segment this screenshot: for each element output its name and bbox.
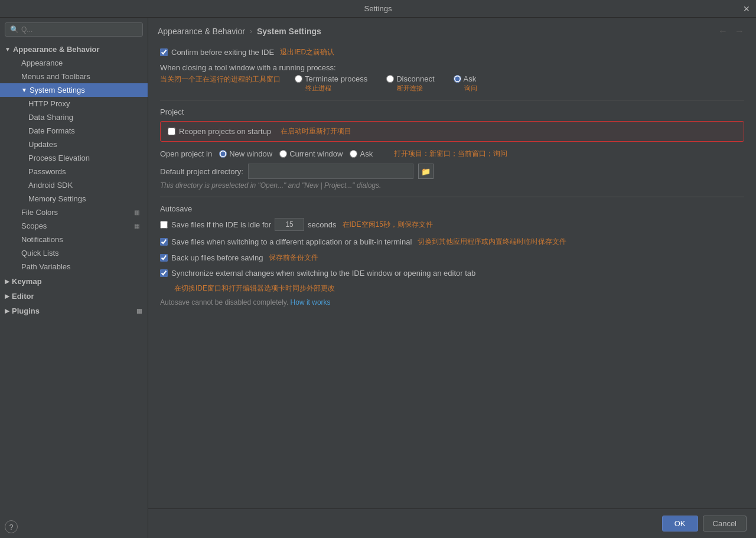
confirm-exit-checkbox[interactable] bbox=[160, 48, 168, 56]
disconnect-translation: 断开连接 bbox=[397, 84, 423, 93]
breadcrumb-separator: › bbox=[250, 27, 252, 35]
confirm-exit-text: Confirm before exiting the IDE bbox=[171, 48, 274, 57]
reopen-projects-text: Reopen projects on startup bbox=[179, 127, 271, 136]
divider-2 bbox=[160, 197, 744, 197]
terminate-label: Terminate process bbox=[305, 74, 367, 83]
sidebar-item-data-sharing[interactable]: Data Sharing bbox=[0, 110, 148, 124]
new-window-radio[interactable] bbox=[219, 150, 227, 158]
window-title: Settings bbox=[364, 4, 392, 13]
ask-project-radio[interactable] bbox=[350, 150, 357, 158]
dir-browse-button[interactable]: 📁 bbox=[418, 164, 434, 179]
divider-1 bbox=[160, 100, 744, 100]
sidebar-item-date-formats[interactable]: Date Formats bbox=[0, 124, 148, 138]
nav-forward-button[interactable]: → bbox=[732, 25, 747, 38]
search-box[interactable]: 🔍 bbox=[5, 22, 143, 37]
confirm-exit-translation: 退出IED之前确认 bbox=[280, 47, 334, 57]
cannot-disable-row: Autosave cannot be disabled completely. … bbox=[160, 298, 744, 307]
default-dir-input[interactable] bbox=[248, 164, 413, 179]
help-button[interactable]: ? bbox=[5, 520, 18, 533]
terminate-radio[interactable] bbox=[295, 75, 302, 83]
save-idle-translation: 在IDE空闲15秒，则保存文件 bbox=[343, 220, 433, 230]
open-project-row: Open project in New window Current windo… bbox=[160, 149, 744, 159]
current-window-radio[interactable] bbox=[279, 150, 287, 158]
settings-content: Confirm before exiting the IDE 退出IED之前确认… bbox=[148, 43, 756, 508]
sidebar-item-process-elevation[interactable]: Process Elevation bbox=[0, 151, 148, 165]
sidebar-item-notifications[interactable]: Notifications bbox=[0, 233, 148, 246]
sidebar-item-quick-lists[interactable]: Quick Lists bbox=[0, 246, 148, 260]
reopen-projects-checkbox[interactable] bbox=[168, 128, 175, 135]
sidebar-item-passwords[interactable]: Passwords bbox=[0, 165, 148, 178]
main-container: 🔍 ▼ Appearance & Behavior Appearance Men… bbox=[0, 18, 756, 538]
how-it-works-link[interactable]: How it works bbox=[291, 298, 331, 307]
disconnect-radio[interactable] bbox=[386, 75, 394, 83]
sidebar-item-android-sdk[interactable]: Android SDK bbox=[0, 178, 148, 192]
disconnect-option: Disconnect 断开连接 bbox=[386, 74, 434, 93]
save-switching-translation: 切换到其他应用程序或内置终端时临时保存文件 bbox=[418, 237, 566, 247]
closing-tool-label: When closing a tool window with a runnin… bbox=[160, 63, 336, 72]
save-idle-unit: seconds bbox=[308, 220, 336, 229]
ask-project-option[interactable]: Ask bbox=[350, 149, 373, 158]
ask-translation: 询问 bbox=[464, 84, 477, 93]
nav-arrows: ← → bbox=[716, 25, 747, 38]
save-switching-checkbox[interactable] bbox=[160, 238, 168, 246]
ask-project-label: Ask bbox=[360, 149, 373, 158]
sidebar-group-appearance-behavior[interactable]: ▼ Appearance & Behavior bbox=[0, 41, 148, 56]
autosave-section-title: Autosave bbox=[160, 204, 744, 213]
sync-external-checkbox[interactable] bbox=[160, 269, 168, 277]
save-idle-label[interactable]: Save files if the IDE is idle for second… bbox=[160, 218, 337, 231]
save-idle-row: Save files if the IDE is idle for second… bbox=[160, 218, 744, 231]
backup-checkbox[interactable] bbox=[160, 254, 168, 262]
confirm-exit-row: Confirm before exiting the IDE 退出IED之前确认 bbox=[160, 47, 744, 57]
sidebar-group-plugins[interactable]: ▶ Plugins ▦ bbox=[0, 303, 148, 318]
save-idle-seconds-input[interactable] bbox=[275, 218, 304, 231]
ok-button[interactable]: OK bbox=[662, 516, 698, 532]
folder-icon: 📁 bbox=[421, 167, 431, 176]
sidebar-item-appearance[interactable]: Appearance bbox=[0, 56, 148, 70]
cancel-button[interactable]: Cancel bbox=[703, 516, 747, 532]
save-switching-label[interactable]: Save files when switching to a different… bbox=[160, 237, 412, 246]
sidebar-item-menus-toolbars[interactable]: Menus and Toolbars bbox=[0, 70, 148, 83]
sidebar-item-scopes[interactable]: Scopes ▦ bbox=[0, 219, 148, 233]
sidebar-item-system-settings[interactable]: ▼ System Settings bbox=[0, 83, 148, 97]
default-dir-label: Default project directory: bbox=[160, 167, 243, 176]
plugins-badge-icon: ▦ bbox=[135, 307, 143, 315]
sidebar-item-file-colors[interactable]: File Colors ▦ bbox=[0, 206, 148, 219]
sync-external-label[interactable]: Synchronize external changes when switch… bbox=[160, 269, 475, 278]
sidebar-item-http-proxy[interactable]: HTTP Proxy bbox=[0, 97, 148, 110]
new-window-option[interactable]: New window bbox=[219, 149, 272, 158]
search-input[interactable] bbox=[21, 25, 138, 34]
save-idle-checkbox[interactable] bbox=[160, 221, 168, 229]
backup-label[interactable]: Back up files before saving bbox=[160, 253, 263, 262]
default-dir-row: Default project directory: 📁 bbox=[160, 164, 744, 179]
sidebar-item-updates[interactable]: Updates bbox=[0, 138, 148, 151]
breadcrumb-parent[interactable]: Appearance & Behavior bbox=[158, 27, 245, 36]
backup-text: Back up files before saving bbox=[171, 253, 263, 262]
confirm-exit-label[interactable]: Confirm before exiting the IDE bbox=[160, 48, 274, 57]
nav-back-button[interactable]: ← bbox=[716, 25, 730, 38]
terminate-process-option: Terminate process 终止进程 bbox=[295, 74, 367, 93]
ask-radio[interactable] bbox=[454, 75, 461, 83]
reopen-projects-label[interactable]: Reopen projects on startup 在启动时重新打开项目 bbox=[168, 126, 737, 136]
expand-sub-arrow-icon: ▼ bbox=[21, 87, 27, 93]
expand-arrow-icon: ▼ bbox=[5, 46, 11, 53]
terminate-translation: 终止进程 bbox=[305, 84, 331, 93]
keymap-arrow-icon: ▶ bbox=[5, 278, 9, 285]
sidebar-item-memory-settings[interactable]: Memory Settings bbox=[0, 192, 148, 206]
save-idle-text: Save files if the IDE is idle for bbox=[171, 220, 271, 229]
plugins-arrow-icon: ▶ bbox=[5, 308, 9, 314]
ask-option: Ask 询问 bbox=[454, 74, 477, 93]
editor-arrow-icon: ▶ bbox=[5, 293, 9, 299]
search-icon: 🔍 bbox=[10, 25, 19, 34]
sidebar-item-path-variables[interactable]: Path Variables bbox=[0, 260, 148, 273]
sidebar-group-keymap[interactable]: ▶ Keymap bbox=[0, 273, 148, 288]
content-header: Appearance & Behavior › System Settings … bbox=[148, 18, 756, 43]
content-area: Appearance & Behavior › System Settings … bbox=[148, 18, 756, 538]
current-window-option[interactable]: Current window bbox=[279, 149, 343, 158]
sync-external-text: Synchronize external changes when switch… bbox=[171, 269, 475, 278]
backup-translation: 保存前备份文件 bbox=[269, 253, 318, 263]
project-box: Reopen projects on startup 在启动时重新打开项目 bbox=[160, 121, 744, 142]
breadcrumb: Appearance & Behavior › System Settings bbox=[158, 27, 321, 36]
close-button[interactable]: ✕ bbox=[742, 4, 751, 14]
sidebar-group-editor[interactable]: ▶ Editor bbox=[0, 288, 148, 303]
scopes-badge-icon: ▦ bbox=[132, 222, 141, 230]
